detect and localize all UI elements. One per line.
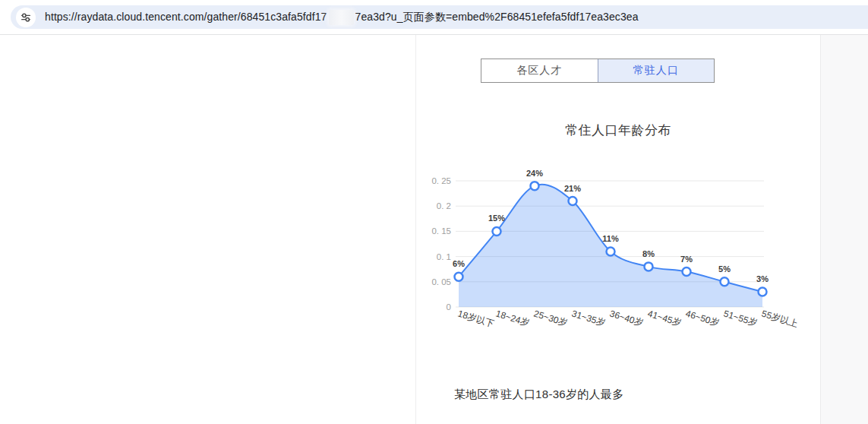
chart-title: 常住人口年龄分布	[416, 122, 820, 139]
url-suffix: 7ea3d?u_页面参数=embed%2F68451efefa5fdf17ea3…	[355, 10, 639, 22]
chart-caption: 某地区常驻人口18-36岁的人最多	[454, 388, 623, 402]
x-axis-label: 36~40岁	[608, 308, 645, 328]
y-axis-tick-label: 0. 25	[431, 176, 451, 185]
tab-district-talent[interactable]: 各区人才	[481, 59, 598, 82]
data-point-label: 24%	[526, 169, 543, 178]
data-point-label: 21%	[564, 184, 581, 193]
y-axis-tick-label: 0. 05	[431, 277, 451, 286]
data-point-label: 15%	[488, 214, 505, 223]
right-gutter	[821, 35, 868, 424]
x-axis-label: 18岁以下	[456, 308, 495, 329]
data-point-label: 11%	[602, 234, 619, 243]
y-axis-tick-label: 0	[447, 302, 451, 312]
data-point-label: 7%	[680, 255, 693, 264]
x-axis-label: 18~24岁	[494, 308, 531, 328]
area-fill	[459, 185, 762, 307]
url-prefix: https://raydata.cloud.tencent.com/gather…	[45, 10, 327, 22]
data-point	[721, 277, 729, 286]
data-point-label: 5%	[718, 264, 731, 274]
data-point-label: 8%	[642, 249, 655, 258]
data-point	[493, 227, 501, 236]
chart-svg: 00. 050. 10. 150. 20. 256%18岁以下15%18~24岁…	[416, 152, 820, 348]
site-settings-tune-icon[interactable]	[16, 8, 36, 27]
x-axis-label: 55岁以上	[760, 308, 799, 329]
x-axis-label: 41~45岁	[646, 308, 683, 328]
url-redacted-blur	[329, 10, 354, 25]
y-axis-tick-label: 0. 2	[437, 201, 451, 210]
tune-icon	[21, 12, 31, 23]
x-axis-label: 46~50岁	[684, 308, 721, 328]
content-panel: 各区人才 常驻人口 常住人口年龄分布 00. 050. 10. 150. 20.…	[415, 35, 821, 424]
data-point	[645, 262, 653, 271]
data-point	[569, 197, 577, 205]
y-axis-tick-label: 0. 15	[431, 226, 451, 236]
data-point	[759, 288, 767, 296]
url-text: https://raydata.cloud.tencent.com/gather…	[45, 10, 639, 25]
x-axis-label: 31~35岁	[570, 308, 607, 328]
x-axis-label: 25~30岁	[532, 308, 569, 328]
data-point-label: 3%	[756, 274, 769, 283]
age-distribution-chart: 00. 050. 10. 150. 20. 256%18岁以下15%18~24岁…	[416, 152, 820, 348]
tab-group: 各区人才 常驻人口	[481, 59, 715, 83]
data-point	[683, 267, 691, 276]
data-point	[455, 273, 463, 281]
data-point-label: 6%	[453, 259, 465, 268]
data-point	[531, 182, 539, 190]
y-axis-tick-label: 0. 1	[437, 252, 451, 261]
browser-address-bar[interactable]: https://raydata.cloud.tencent.com/gather…	[11, 5, 868, 29]
x-axis-label: 51~55岁	[722, 308, 759, 328]
data-point	[607, 247, 615, 255]
tab-resident-population[interactable]: 常驻人口	[598, 59, 715, 82]
